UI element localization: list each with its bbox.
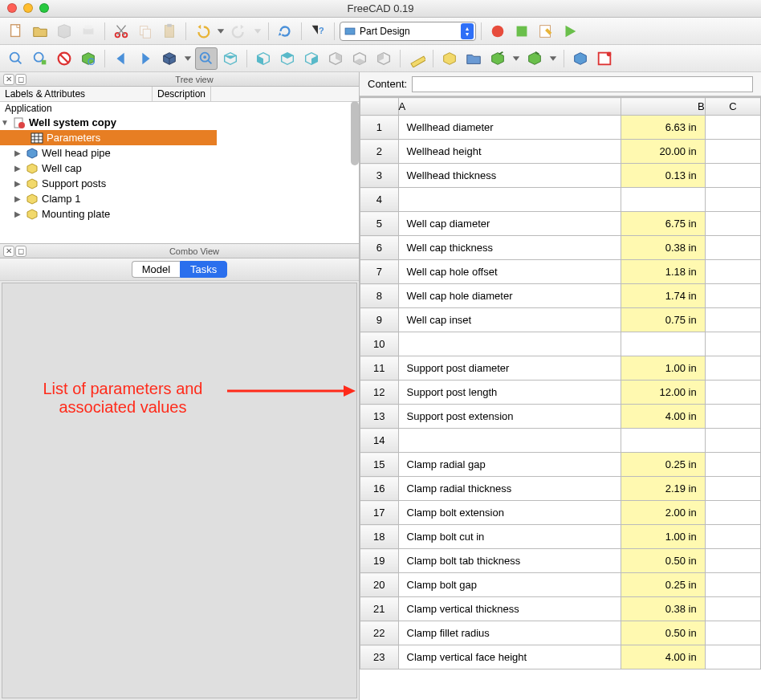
cell-b[interactable] <box>621 429 705 453</box>
col-header-c[interactable]: C <box>705 98 760 116</box>
iso-menu-button[interactable] <box>182 47 193 70</box>
cell-b[interactable]: 20.00 in <box>621 140 705 164</box>
tab-tasks[interactable]: Tasks <box>180 261 227 278</box>
row-header[interactable]: 23 <box>360 645 399 669</box>
cell-b[interactable]: 0.38 in <box>621 597 705 621</box>
cell-b[interactable]: 0.75 in <box>621 308 705 332</box>
cell-c[interactable] <box>705 140 760 164</box>
col-header-b[interactable]: B <box>621 98 705 116</box>
cell-a[interactable]: Clamp bolt extension <box>398 501 621 525</box>
cell-a[interactable]: Well cap hole diameter <box>398 284 621 308</box>
tree-item[interactable]: ▶Support posts <box>0 176 359 191</box>
cell-a[interactable] <box>398 332 621 356</box>
row-header[interactable]: 13 <box>360 405 399 429</box>
cell-a[interactable]: Clamp radial gap <box>398 453 621 477</box>
row-header[interactable]: 4 <box>360 188 399 212</box>
tree-float-button[interactable]: ◻ <box>15 74 26 85</box>
sketch-button[interactable] <box>593 47 616 70</box>
row-header[interactable]: 16 <box>360 477 399 501</box>
cell-b[interactable]: 12.00 in <box>621 381 705 405</box>
col-header-a[interactable]: A <box>398 98 621 116</box>
window-close-button[interactable] <box>7 3 17 13</box>
row-header[interactable]: 19 <box>360 549 399 573</box>
row-header[interactable]: 11 <box>360 356 399 381</box>
view-right-button[interactable] <box>300 47 323 70</box>
cell-c[interactable] <box>705 164 760 188</box>
row-header[interactable]: 3 <box>360 164 399 188</box>
row-header[interactable]: 9 <box>360 308 399 332</box>
tree-item[interactable]: ▶Well cap <box>0 161 359 176</box>
tree-close-button[interactable]: ✕ <box>3 74 14 85</box>
cell-b[interactable]: 6.75 in <box>621 212 705 236</box>
top-view-button[interactable] <box>219 47 242 70</box>
cell-c[interactable] <box>705 621 760 645</box>
cell-c[interactable] <box>705 597 760 621</box>
cell-a[interactable]: Clamp bolt gap <box>398 573 621 597</box>
cell-a[interactable]: Wellhead height <box>398 140 621 164</box>
save-button[interactable] <box>53 20 75 43</box>
cell-b[interactable] <box>621 188 705 212</box>
content-input[interactable] <box>412 76 753 92</box>
cell-c[interactable] <box>705 116 760 140</box>
row-header[interactable]: 6 <box>360 236 399 260</box>
cell-a[interactable]: Well cap inset <box>398 308 621 332</box>
row-header[interactable]: 12 <box>360 381 399 405</box>
cell-c[interactable] <box>705 260 760 284</box>
link-group-menu-button[interactable] <box>547 47 559 70</box>
paste-button[interactable] <box>158 20 181 43</box>
cell-a[interactable]: Clamp vertical face height <box>398 645 621 669</box>
cell-a[interactable]: Wellhead diameter <box>398 116 621 140</box>
body-button[interactable] <box>569 47 592 70</box>
refresh-button[interactable] <box>274 20 296 43</box>
tree-scrollbar-thumb[interactable] <box>351 101 359 165</box>
tree-item[interactable]: ▶Well head pipe <box>0 145 359 161</box>
cell-c[interactable] <box>705 188 760 212</box>
cut-button[interactable] <box>110 20 132 43</box>
cell-c[interactable] <box>705 429 760 453</box>
link-group-button[interactable] <box>523 47 546 70</box>
row-header[interactable]: 7 <box>360 260 399 284</box>
cell-c[interactable] <box>705 332 760 356</box>
cell-c[interactable] <box>705 477 760 501</box>
tree-item[interactable]: ▶Clamp 1 <box>0 191 359 206</box>
front-view-button[interactable] <box>195 47 218 70</box>
cell-c[interactable] <box>705 236 760 260</box>
row-header[interactable]: 15 <box>360 453 399 477</box>
view-top-button[interactable] <box>276 47 299 70</box>
open-file-button[interactable] <box>29 20 51 43</box>
cell-b[interactable]: 4.00 in <box>621 405 705 429</box>
row-header[interactable]: 5 <box>360 212 399 236</box>
cell-b[interactable]: 2.19 in <box>621 477 705 501</box>
redo-menu-button[interactable] <box>252 20 263 43</box>
macro-play-button[interactable] <box>559 20 581 43</box>
cell-a[interactable]: Clamp bolt tab thickness <box>398 549 621 573</box>
nav-back-button[interactable] <box>110 47 132 70</box>
row-header[interactable]: 10 <box>360 332 399 356</box>
view-front-button[interactable] <box>252 47 275 70</box>
window-zoom-button[interactable] <box>39 3 49 13</box>
new-file-button[interactable] <box>5 20 27 43</box>
row-header[interactable]: 22 <box>360 621 399 645</box>
whatsthis-button[interactable]: ? <box>307 20 329 43</box>
cell-b[interactable]: 2.00 in <box>621 501 705 525</box>
link-menu-button[interactable] <box>511 47 522 70</box>
cell-a[interactable]: Support post diameter <box>398 356 621 381</box>
cell-a[interactable]: Clamp bolt cut in <box>398 525 621 549</box>
cell-b[interactable]: 1.00 in <box>621 356 705 381</box>
cell-b[interactable]: 0.50 in <box>621 621 705 645</box>
fit-all-button[interactable] <box>5 47 27 70</box>
cell-c[interactable] <box>705 381 760 405</box>
cell-b[interactable] <box>621 332 705 356</box>
measure-button[interactable] <box>405 47 428 70</box>
cell-c[interactable] <box>705 453 760 477</box>
row-header[interactable]: 20 <box>360 573 399 597</box>
combo-float-button[interactable]: ◻ <box>15 246 26 257</box>
cell-a[interactable]: Well cap diameter <box>398 212 621 236</box>
cell-a[interactable]: Well cap thickness <box>398 236 621 260</box>
redo-button[interactable] <box>228 20 250 43</box>
macro-edit-button[interactable] <box>535 20 557 43</box>
cell-b[interactable]: 0.25 in <box>621 573 705 597</box>
window-minimize-button[interactable] <box>23 3 33 13</box>
tree-header-labels[interactable]: Labels & Attributes <box>0 87 153 101</box>
row-header[interactable]: 21 <box>360 597 399 621</box>
